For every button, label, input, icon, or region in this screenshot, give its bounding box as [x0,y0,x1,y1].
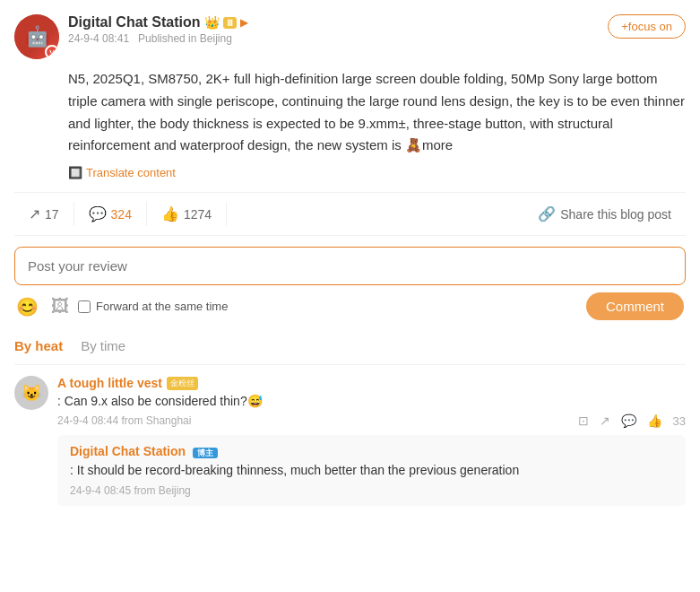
translate-row: 🔲 Translate content [14,166,686,179]
comment-repost-icon[interactable]: ⊡ [578,414,589,428]
focus-button[interactable]: +focus on [608,14,686,39]
image-icon[interactable]: 🖼 [51,296,69,317]
comment-button[interactable]: Comment [586,292,684,320]
action-bar: ↗ 17 💬 324 👍 1274 🔗 Share this blog post [14,192,686,236]
post-date: 24-9-4 08:41 [68,32,129,45]
comment-actions: ⊡ ↗ 💬 👍 33 [578,414,686,428]
tab-by-heat[interactable]: By heat [14,338,63,353]
comment-like-icon[interactable]: 👍 [647,414,662,428]
comment-item: 😺 A tough little vest 金粉丝 : Can 9.x also… [14,376,686,506]
comment-reply-icon[interactable]: 💬 [621,414,636,428]
like-icon: 👍 [161,205,179,222]
like-count: 1274 [184,207,212,222]
commenter-badge: 金粉丝 [167,377,198,390]
avatar-badge: V [45,45,59,59]
crown-icon: 👑 [204,15,220,30]
review-input[interactable] [14,247,686,285]
translate-link[interactable]: 🔲 Translate content [68,166,686,179]
share-icon: ↗ [29,205,40,222]
input-area: 😊 🖼 Forward at the same time Comment [14,247,686,320]
reply-badge: 博主 [193,448,218,458]
author-details: Digital Chat Station 👑 Ⅲ ▶ 24-9-4 08:41 … [68,14,247,45]
forward-text: Forward at the same time [96,300,228,313]
vip-badge: ▶ [240,17,247,29]
comment-icon: 💬 [89,205,107,222]
author-name-row: Digital Chat Station 👑 Ⅲ ▶ [68,14,247,30]
share-count: 17 [45,207,59,222]
toolbar-icons: 😊 🖼 [16,296,69,318]
author-info: 🤖 V Digital Chat Station 👑 Ⅲ ▶ 24-9-4 08… [14,14,247,59]
post-content: N5, 2025Q1, SM8750, 2K+ full high-defini… [14,68,686,157]
level-badge: Ⅲ [223,17,237,29]
comment-section: 😺 A tough little vest 金粉丝 : Can 9.x also… [14,376,686,526]
post-meta: 24-9-4 08:41 Published in Beijing [68,32,247,45]
post-text: N5, 2025Q1, SM8750, 2K+ full high-defini… [68,71,685,152]
translate-label: Translate content [86,166,176,179]
commenter-avatar[interactable]: 😺 [14,376,48,410]
avatar[interactable]: 🤖 V [14,14,59,59]
comment-user-row: A tough little vest 金粉丝 [57,376,686,390]
reply-username[interactable]: Digital Chat Station [70,444,186,458]
forward-label[interactable]: Forward at the same time [78,300,228,313]
like-action[interactable]: 👍 1274 [147,202,227,226]
post-location: Published in Beijing [138,32,232,45]
comment-count: 324 [111,207,132,222]
tab-by-time[interactable]: By time [81,338,125,353]
share-blog-icon: 🔗 [538,205,556,222]
reply-text: : It should be record-breaking thinness,… [70,461,673,481]
share-blog-label: Share this blog post [560,207,671,222]
post-header: 🤖 V Digital Chat Station 👑 Ⅲ ▶ 24-9-4 08… [14,14,686,59]
comment-meta-row: 24-9-4 08:44 from Shanghai ⊡ ↗ 💬 👍 33 [57,414,686,428]
comment-body: A tough little vest 金粉丝 : Can 9.x also b… [57,376,686,506]
comment-like-count: 33 [673,414,686,428]
sort-tabs: By heat By time [14,329,686,365]
translate-icon: 🔲 [68,166,82,179]
forward-checkbox[interactable] [78,300,91,313]
comment-action[interactable]: 💬 324 [74,202,147,226]
author-name[interactable]: Digital Chat Station [68,14,201,30]
input-toolbar: 😊 🖼 Forward at the same time Comment [14,292,686,320]
emoji-icon[interactable]: 😊 [16,296,39,318]
comment-share-icon[interactable]: ↗ [600,414,610,428]
commenter-username[interactable]: A tough little vest [57,376,162,390]
share-action[interactable]: ↗ 17 [14,202,74,226]
reply-block: Digital Chat Station 博主 : It should be r… [57,435,686,506]
comment-text: : Can 9.x also be considered thin?😅 [57,392,686,411]
reply-time: 24-9-4 08:45 from Beijing [70,484,673,497]
comment-time: 24-9-4 08:44 from Shanghai [57,414,191,427]
share-blog-action[interactable]: 🔗 Share this blog post [523,202,686,226]
